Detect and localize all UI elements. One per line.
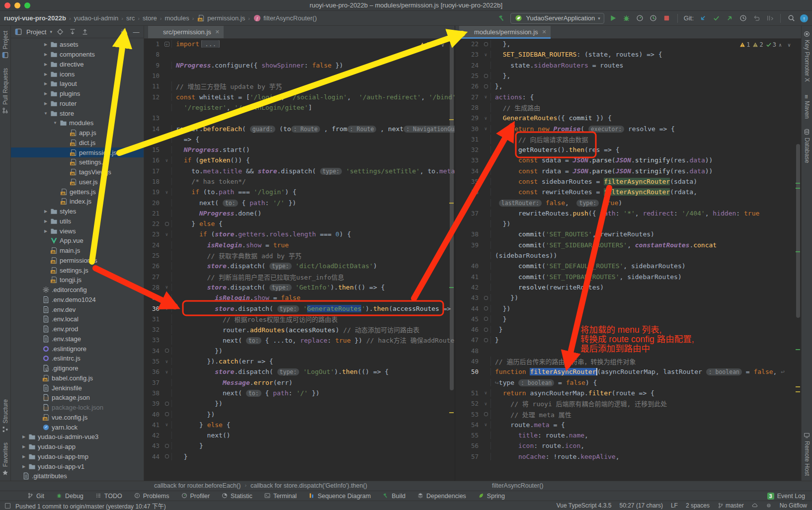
left-editor-scrollbar[interactable] [450, 43, 454, 390]
fold-marker[interactable]: ∨ [162, 422, 171, 427]
hide-panel-icon[interactable]: — [132, 27, 141, 36]
inspection-nav-icons[interactable]: ∧ ∨ [779, 42, 792, 48]
breadcrumb-item[interactable]: ruoyi-vue-pro-2022b [4, 14, 66, 22]
code-line-21[interactable]: 21 NProgress.done() [144, 208, 455, 219]
tool-window-button-maven[interactable]: mMaven [804, 87, 811, 124]
code-line-25[interactable]: 25 // 获取字典数据 add by 芋艿 [144, 250, 455, 261]
fold-marker[interactable]: ∨ [162, 306, 171, 311]
code-line-20[interactable]: 20 next( to: { path: '/' }) [144, 197, 455, 208]
breadcrumb-item[interactable]: src [126, 14, 135, 22]
fold-marker[interactable] [162, 454, 171, 458]
code-line-49[interactable]: 49// 遍历后台传来的路由字符串，转换为组件对象 [455, 356, 801, 366]
tool-window-button-git[interactable]: Git [27, 493, 44, 500]
fold-marker[interactable] [481, 328, 490, 332]
code-line-34[interactable]: 34 const rdata = JSON.parse(JSON.stringi… [455, 166, 801, 176]
status-widget-no-gitflow[interactable]: No Gitflow [780, 502, 807, 509]
fold-marker[interactable] [481, 84, 490, 88]
tree-item-user.js[interactable]: JSuser.js [11, 177, 144, 187]
code-line-15[interactable]: 15 NProgress.start() [144, 145, 455, 155]
status-widget-dot[interactable] [766, 503, 772, 509]
fold-marker[interactable] [481, 338, 490, 342]
fold-marker[interactable] [162, 402, 171, 406]
chevron-right-icon[interactable]: ▶ [42, 209, 50, 214]
collapse-all-icon[interactable] [81, 27, 89, 36]
fold-marker[interactable]: ∨ [481, 390, 490, 395]
chevron-right-icon[interactable]: ▶ [42, 101, 50, 106]
code-line-44[interactable]: 44 }) [455, 303, 801, 313]
breadcrumb-item[interactable]: callback for store.dispatch('GetInfo').t… [250, 482, 367, 489]
code-line-wrap[interactable]: => { [144, 134, 455, 145]
code-line-52[interactable]: 52∨ // 将 ruoyi 后端原有耦合前端的逻辑, 迁移到此处 [455, 398, 801, 409]
code-line-wrap[interactable]: '/register', '/oauthLogin/gitee'] [144, 102, 455, 113]
chevron-right-icon[interactable]: ▶ [42, 72, 50, 76]
code-line-wrap[interactable]: }) [455, 219, 801, 229]
ide-update-icon[interactable]: ↑ [800, 14, 808, 22]
code-line-11[interactable]: 11// 增加三方登陆 update by 芋艿 [144, 81, 455, 91]
tool-window-button-dependencies[interactable]: Dependencies [417, 493, 466, 500]
chevron-right-icon[interactable]: ▶ [42, 62, 50, 67]
status-widget-50-27-17-chars-[interactable]: 50:27 (17 chars) [620, 502, 663, 509]
tree-item-plugins[interactable]: ▶plugins [11, 89, 144, 99]
tree-item-yudao-ui-app-v1[interactable]: ▶yudao-ui-app-v1 [11, 461, 144, 471]
breadcrumb-item[interactable]: callback for router.beforeEach() [154, 482, 241, 489]
code-line-29[interactable]: 29∨ GenerateRoutes({ commit }) { [455, 113, 801, 123]
tab-src-permission-js[interactable]: src/permission.js ✕ [148, 26, 224, 38]
tree-item-.env.local[interactable]: .env.local [11, 314, 144, 324]
code-line-12[interactable]: 12const whiteList = ['/login', '/social-… [144, 91, 455, 102]
code-line-48[interactable]: 48 [455, 346, 801, 356]
tree-item-tongji.js[interactable]: JStongji.js [11, 275, 144, 285]
chevron-right-icon[interactable]: ▶ [20, 454, 28, 459]
code-line-13[interactable]: 13 [144, 113, 455, 123]
code-line-42[interactable]: 42 resolve(rewriteRoutes) [455, 282, 801, 292]
check-icon[interactable] [712, 14, 721, 23]
code-line-54[interactable]: 54∨ route.meta = { [455, 420, 801, 430]
code-line-wrap[interactable]: ↪type : boolean = false) { [455, 377, 801, 388]
tree-item-store[interactable]: ▼store [11, 108, 144, 118]
fold-marker[interactable] [481, 42, 490, 46]
code-line-57[interactable]: 57 noCache: !route.keepAlive, [455, 451, 801, 462]
code-line-8[interactable]: 8 [144, 49, 455, 60]
tree-item-router[interactable]: ▶router [11, 99, 144, 109]
chevron-down-icon[interactable]: ▾ [50, 29, 52, 34]
code-line-39[interactable]: 39 }) [144, 398, 455, 409]
status-widget-vue-typescript-4-3-5[interactable]: Vue TypeScript 4.3.5 [557, 502, 612, 509]
code-line-51[interactable]: 51∨ return asyncRouterMap.filter(route =… [455, 388, 801, 398]
status-widget-lf[interactable]: LF [671, 502, 678, 509]
code-line-35[interactable]: 35∨ }).catch(err => { [144, 356, 455, 366]
clock-icon[interactable] [738, 14, 747, 23]
tool-window-button-debug[interactable]: Debug [56, 493, 83, 500]
search-icon[interactable] [787, 14, 796, 23]
tree-item-yarn.lock[interactable]: yarn.lock [11, 422, 144, 432]
tool-window-button-project[interactable]: Project [2, 26, 9, 63]
code-line-16[interactable]: 16∨ if (getToken()) { [144, 155, 455, 165]
inspection-nav-icons[interactable]: ∧ ∨ [432, 42, 446, 48]
project-panel-title[interactable]: Project [26, 28, 46, 36]
code-line-43[interactable]: 43 } [144, 440, 455, 451]
bug-icon[interactable] [622, 14, 631, 23]
fold-marker[interactable]: ∨ [162, 369, 171, 374]
code-line-10[interactable]: 10 [144, 71, 455, 81]
fold-marker[interactable]: ∨ [481, 52, 490, 57]
cov-icon[interactable] [649, 14, 658, 23]
code-line-38[interactable]: 38 commit('SET_ROUTES', rewriteRoutes) [455, 229, 801, 239]
tree-item-utils[interactable]: ▶utils [11, 217, 144, 226]
code-line-37[interactable]: 37 Message.error(err) [144, 377, 455, 388]
tool-window-button-terminal[interactable]: Terminal [264, 493, 297, 500]
tree-item-.gitattributes[interactable]: .gitattributes [11, 471, 144, 481]
patch-icon[interactable] [765, 14, 774, 23]
code-line-41[interactable]: 41∨ } else { [144, 420, 455, 430]
tree-item-permission.js[interactable]: JSpermission.js [11, 256, 144, 266]
tree-item-App.vue[interactable]: App.vue [11, 236, 144, 246]
undo-icon[interactable] [752, 14, 761, 23]
fold-marker[interactable]: ∨ [162, 285, 171, 290]
tool-window-button-pull-requests[interactable]: Pull Requests [2, 63, 9, 119]
fold-marker[interactable] [481, 412, 490, 416]
tool-window-button-sequence-diagram[interactable]: Sequence Diagram [309, 493, 371, 500]
tool-window-button-statistic[interactable]: Statistic [222, 493, 252, 500]
code-line-wrap[interactable]: lastRouter: false, type: true) [455, 197, 801, 208]
code-line-26[interactable]: 26 store.dispatch( type: 'dict/loadDictD… [144, 261, 455, 271]
play-icon[interactable] [609, 14, 618, 23]
tree-item-tagsView.js[interactable]: JStagsView.js [11, 167, 144, 177]
code-line-43[interactable]: 43 }) [455, 292, 801, 303]
tree-item-yudao-ui-admin-vue3[interactable]: ▶yudao-ui-admin-vue3 [11, 432, 144, 442]
